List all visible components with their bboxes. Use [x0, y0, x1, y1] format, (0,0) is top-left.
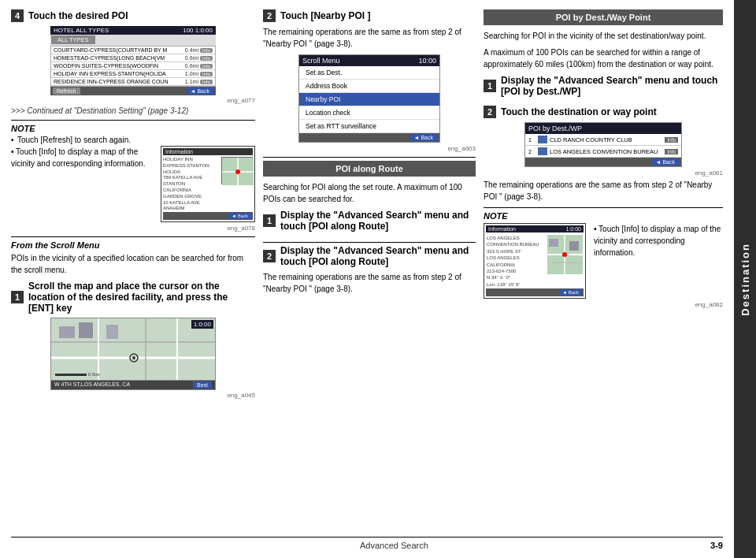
- info-map-thumb: [221, 157, 253, 184]
- step1-left-badge: 1: [11, 291, 24, 303]
- svg-rect-22: [549, 239, 558, 247]
- step2-mid-title: Touch [Nearby POI ]: [280, 10, 370, 21]
- scroll-item-loccheck[interactable]: Location check: [299, 106, 439, 120]
- dest-row-num-2: 2: [528, 149, 538, 154]
- side-tab-label: Destination: [739, 243, 751, 316]
- eng-label-a082: eng_a082: [484, 301, 723, 308]
- footer-page: 3-9: [710, 541, 723, 550]
- eng-label-a078: eng_a078: [11, 225, 255, 232]
- footer-label: Advanced Search: [360, 541, 428, 550]
- step2-mid-badge2: 2: [263, 250, 276, 262]
- scroll-menu-header: Scroll Menu 10:00: [299, 55, 439, 66]
- poi-info-3[interactable]: Info: [200, 64, 213, 69]
- dest-list-footer: ◄ Back: [525, 158, 681, 166]
- poi-dest-intro: Searching for POI in the vicinity of the…: [484, 30, 723, 42]
- best-btn[interactable]: Best: [193, 381, 212, 389]
- poi-row-1[interactable]: COURTYARD-CYPRESS(COURTYARD BY M0.4miInf…: [51, 46, 215, 54]
- note-section-left: NOTE Touch [Refresh] to search again. • …: [11, 120, 255, 232]
- svg-text:0.5mi: 0.5mi: [88, 372, 100, 377]
- page-footer: Advanced Search 3-9: [11, 537, 723, 550]
- poi-info-1[interactable]: Info: [200, 48, 213, 53]
- from-scroll-menu-title: From the Scroll Menu: [11, 240, 255, 250]
- note-title-right: NOTE: [484, 211, 723, 221]
- step2-mid-title2: Display the "Advanced Search" menu and t…: [280, 245, 476, 267]
- poi-info-5[interactable]: Info: [200, 80, 213, 84]
- eng-label-a081: eng_a081: [484, 169, 723, 177]
- scroll-menu-title: Scroll Menu: [302, 57, 340, 65]
- map-screen: 0.5mi 1:0:00: [50, 318, 216, 381]
- step1-right-header: 1 Display the "Advanced Search" menu and…: [484, 75, 723, 97]
- dest-row-icon-2: [538, 147, 547, 155]
- step2-mid-header2: 2 Display the "Advanced Search" menu and…: [263, 245, 476, 267]
- poi-row-3[interactable]: WOODFIN SUITES-CYPRESS(WOODFIN0.6miInfo: [51, 62, 215, 70]
- step2-mid-badge: 2: [263, 9, 276, 22]
- svg-rect-11: [79, 322, 93, 338]
- dest-list-title: POI by Dest./WP: [528, 125, 582, 132]
- svg-rect-23: [569, 241, 579, 251]
- screen-header-right: 100 1:0:00: [183, 27, 213, 34]
- info-popup-right-text: LOS ANGELESCONVENTION BUREAU333 S HOPE S…: [487, 235, 545, 288]
- scroll-menu-footer: ◄ Back: [299, 133, 439, 142]
- poi-info-2[interactable]: Info: [200, 56, 213, 61]
- scroll-item-rtt[interactable]: Set as RTT surveillance: [299, 120, 439, 133]
- refresh-btn[interactable]: Refresh: [53, 87, 80, 95]
- page-container: Destination 4 Touch the desired POI HOTE…: [0, 0, 756, 558]
- step1-mid-badge: 1: [263, 214, 276, 227]
- mid-col: 2 Touch [Nearby POI ] The remaining oper…: [263, 9, 476, 534]
- dest-row-name-2: LOS ANGELES CONVENTION BUREAU: [550, 148, 665, 155]
- dest-row-num-1: 1: [528, 137, 538, 143]
- screen-tab-alltypes[interactable]: ALL TYPES: [51, 35, 95, 44]
- dest-row-info-2[interactable]: Info: [665, 149, 678, 154]
- poi-row-5[interactable]: RESIDENCE INN-CYPRESS ORANGE COUN1.1miIn…: [51, 78, 215, 86]
- columns: 4 Touch the desired POI HOTEL ALL TYPES …: [11, 9, 723, 534]
- scroll-item-setdest[interactable]: Set as Dest.: [299, 66, 439, 80]
- note-right-text: • Touch [Info] to display a map of the v…: [591, 223, 723, 301]
- step4-badge: 4: [11, 9, 24, 22]
- note-item-2-text: • Touch [Info] to display a map of the v…: [11, 146, 157, 225]
- svg-point-14: [132, 356, 135, 359]
- step4-header: 4 Touch the desired POI: [11, 9, 255, 22]
- info-map-svg: [222, 158, 254, 185]
- step2-mid-note: 2 Display the "Advanced Search" menu and…: [263, 242, 476, 295]
- step1-mid-header: 1 Display the "Advanced Search" menu and…: [263, 210, 476, 232]
- scroll-item-addrbook[interactable]: Address Book: [299, 80, 439, 93]
- scroll-menu-back[interactable]: ◄ Back: [410, 134, 437, 141]
- dest-list-back[interactable]: ◄ Back: [652, 158, 679, 166]
- svg-rect-15: [55, 374, 87, 376]
- step2-right-header: 2 Touch the destination or way point: [484, 106, 723, 118]
- back-btn-1[interactable]: ◄ Back: [187, 87, 213, 95]
- main-content: 4 Touch the desired POI HOTEL ALL TYPES …: [0, 0, 734, 558]
- poi-dest-detail: A maximum of 100 POIs can be searched fo…: [484, 46, 723, 70]
- dest-row-1[interactable]: 1 CLD RANCH COUNTRY CLUB Info: [525, 134, 681, 146]
- dest-row-info-1[interactable]: Info: [665, 137, 678, 143]
- info-popup-right-title: Information 1:0:00: [486, 225, 584, 232]
- info-popup-title: Information: [163, 148, 253, 155]
- info-popup-right-back[interactable]: ◄ Back: [559, 289, 582, 296]
- dest-list-header: POI by Dest./WP: [525, 123, 681, 134]
- side-tab: Destination: [734, 0, 756, 558]
- step2-right-title: Touch the destination or way point: [501, 106, 657, 117]
- left-col: 4 Touch the desired POI HOTEL ALL TYPES …: [11, 9, 255, 534]
- dest-row-icon-1: [538, 136, 547, 143]
- dest-row-name-1: CLD RANCH COUNTRY CLUB: [550, 136, 665, 143]
- svg-point-3: [235, 169, 240, 174]
- info-popup-back[interactable]: ◄ Back: [228, 213, 251, 219]
- scroll-item-nearbypoi[interactable]: Nearby POI: [299, 93, 439, 106]
- eng-label-a045: eng_a045: [11, 392, 255, 399]
- dest-list-screen: POI by Dest./WP 1 CLD RANCH COUNTRY CLUB…: [524, 122, 682, 167]
- poi-route-body: Searching for POI along the set route. A…: [263, 181, 476, 205]
- step4-title: Touch the desired POI: [28, 10, 128, 21]
- dest-row-2[interactable]: 2 LOS ANGELES CONVENTION BUREAU Info: [525, 146, 681, 158]
- step1-right-title: Display the "Advanced Search" menu and t…: [501, 75, 723, 97]
- right-col: POI by Dest./Way Point Searching for POI…: [484, 9, 723, 534]
- info-popup-right-map: [547, 235, 583, 274]
- svg-point-21: [562, 252, 567, 257]
- svg-rect-10: [59, 326, 75, 338]
- map-address: W 4TH ST,LOS ANGELES, CA: [54, 381, 130, 389]
- poi-info-4[interactable]: Info: [200, 72, 213, 76]
- poi-row-2[interactable]: HOMESTEAD-CYPRESS(LONG BEACH(VM0.6miInfo: [51, 54, 215, 62]
- note-title-left: NOTE: [11, 124, 255, 133]
- continued-text: >>> Continued at "Destination Setting" (…: [11, 106, 255, 115]
- poi-row-4[interactable]: HOLIDAY INN EXPRESS-STANTON(HOLIDA1.0miI…: [51, 70, 215, 78]
- info-popup-right: Information 1:0:00 LOS ANGELESCONVENTION…: [484, 223, 586, 299]
